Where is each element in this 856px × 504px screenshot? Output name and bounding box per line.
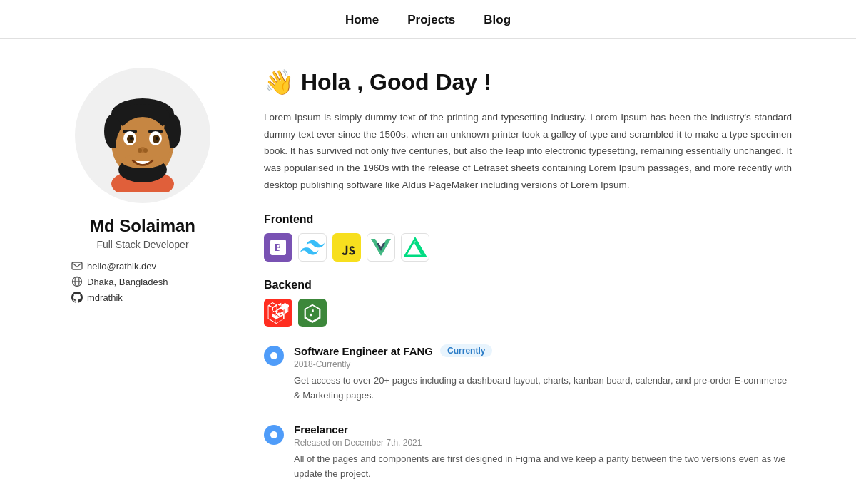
exp-date-1: 2018-Currently	[294, 359, 792, 369]
svg-point-15	[156, 137, 158, 140]
sidebar: Md Solaiman Full Stack Developer hello@r…	[64, 68, 221, 303]
exp-date-2: Released on December 7th, 2021	[294, 438, 792, 448]
frontend-skills-section: Frontend	[264, 213, 792, 262]
page-container: Md Solaiman Full Stack Developer hello@r…	[43, 39, 813, 504]
email-item: hello@rathik.dev	[71, 260, 156, 272]
greeting-text: Hola , Good Day !	[301, 69, 491, 96]
exp-dot-inner-2	[270, 431, 277, 438]
greeting-heading: 👋 Hola , Good Day !	[264, 68, 792, 96]
github-item: mdrathik	[71, 292, 123, 303]
frontend-icons	[264, 233, 792, 262]
github-text: mdrathik	[87, 292, 123, 303]
exp-dot-inner-1	[270, 352, 277, 359]
nav-projects[interactable]: Projects	[407, 13, 455, 27]
avatar-svg	[86, 78, 200, 192]
frontend-label: Frontend	[264, 213, 792, 226]
skill-nuxt	[401, 233, 429, 262]
github-icon	[71, 292, 83, 303]
svg-rect-21	[72, 262, 82, 269]
backend-icons	[264, 299, 792, 327]
bio-paragraph: Lorem Ipsum is simply dummy text of the …	[264, 109, 792, 193]
greeting-emoji: 👋	[264, 68, 294, 96]
sidebar-info: hello@rathik.dev Dhaka, Bangladesh mdrat…	[64, 260, 221, 303]
navigation: Home Projects Blog	[0, 0, 856, 39]
nav-home[interactable]: Home	[345, 13, 379, 27]
profile-name: Md Solaiman	[90, 216, 195, 236]
svg-point-17	[138, 148, 142, 153]
exp-desc-1: Get access to over 20+ pages including a…	[294, 374, 792, 403]
location-text: Dhaka, Bangladesh	[87, 277, 168, 287]
skill-bootstrap	[264, 233, 292, 262]
exp-item-fang: Software Engineer at FANG Currently 2018…	[264, 344, 792, 403]
experience-section: Software Engineer at FANG Currently 2018…	[264, 344, 792, 481]
main-content: 👋 Hola , Good Day ! Lorem Ipsum is simpl…	[264, 68, 792, 501]
backend-label: Backend	[264, 279, 792, 292]
skill-tailwind	[298, 233, 327, 262]
backend-skills-section: Backend	[264, 279, 792, 327]
exp-title-row-2: Freelancer	[294, 423, 792, 436]
profile-title: Full Stack Developer	[96, 239, 188, 250]
exp-badge-1: Currently	[440, 344, 492, 357]
exp-dot-1	[264, 346, 284, 366]
svg-point-18	[143, 148, 148, 153]
exp-body-2: Freelancer Released on December 7th, 202…	[294, 423, 792, 482]
skill-laravel	[264, 299, 292, 327]
exp-item-freelancer: Freelancer Released on December 7th, 202…	[264, 423, 792, 482]
svg-point-14	[130, 137, 133, 140]
nav-blog[interactable]: Blog	[484, 13, 511, 27]
email-text: hello@rathik.dev	[87, 261, 156, 272]
location-item: Dhaka, Bangladesh	[71, 276, 168, 287]
exp-dot-2	[264, 425, 284, 445]
globe-icon	[71, 276, 83, 287]
exp-desc-2: All of the pages and components are firs…	[294, 452, 792, 482]
exp-title-2: Freelancer	[294, 423, 348, 436]
skill-vue	[367, 233, 395, 262]
exp-title-row-1: Software Engineer at FANG Currently	[294, 344, 792, 357]
exp-body-1: Software Engineer at FANG Currently 2018…	[294, 344, 792, 403]
skill-javascript	[332, 233, 361, 262]
email-icon	[71, 260, 83, 272]
skill-nodejs	[298, 299, 327, 327]
avatar	[75, 68, 210, 203]
exp-title-1: Software Engineer at FANG	[294, 345, 433, 357]
